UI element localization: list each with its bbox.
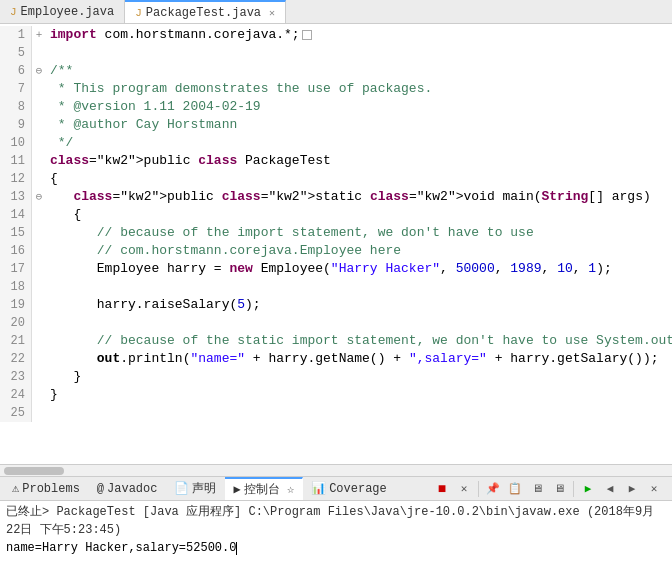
line-content[interactable]: {: [46, 170, 672, 188]
code-line-23: 23 }: [0, 368, 672, 386]
tab-employee-label: Employee.java: [21, 5, 115, 19]
line-number: 5: [0, 44, 32, 62]
code-line-13: 13⊖ class="kw2">public class="kw2">stati…: [0, 188, 672, 206]
line-content[interactable]: // because of the import statement, we d…: [46, 224, 672, 242]
problems-icon: ⚠: [12, 481, 19, 496]
line-number: 15: [0, 224, 32, 242]
line-content[interactable]: class="kw2">public class PackageTest: [46, 152, 672, 170]
console-output: 已终止> PackageTest [Java 应用程序] C:\Program …: [0, 501, 672, 561]
line-number: 16: [0, 242, 32, 260]
code-line-9: 9 * @author Cay Horstmann: [0, 116, 672, 134]
monitor-btn2[interactable]: 🖥: [549, 480, 569, 498]
code-line-25: 25: [0, 404, 672, 422]
code-line-10: 10 */: [0, 134, 672, 152]
line-content[interactable]: }: [46, 386, 672, 404]
bottom-panel: ⚠ Problems @ Javadoc 📄 声明 ▶ 控制台 ☆ 📊 Cove…: [0, 476, 672, 561]
line-content[interactable]: import com.horstmann.corejava.*;: [46, 26, 672, 44]
tab-employee[interactable]: J Employee.java: [0, 0, 125, 23]
code-line-1: 1+import com.horstmann.corejava.*;: [0, 26, 672, 44]
remove-btn[interactable]: ✕: [454, 480, 474, 498]
line-number: 18: [0, 278, 32, 296]
code-line-11: 11class="kw2">public class PackageTest: [0, 152, 672, 170]
code-line-12: 12{: [0, 170, 672, 188]
line-content[interactable]: */: [46, 134, 672, 152]
tab-packagetest[interactable]: J PackageTest.java ✕: [125, 0, 286, 23]
line-content[interactable]: Employee harry = new Employee("Harry Hac…: [46, 260, 672, 278]
line-number: 11: [0, 152, 32, 170]
line-number: 6: [0, 62, 32, 80]
arrow-btn1[interactable]: ◀: [600, 480, 620, 498]
code-line-15: 15 // because of the import statement, w…: [0, 224, 672, 242]
tab-declaration[interactable]: 📄 声明: [166, 477, 225, 500]
console-result-line: name=Harry Hacker,salary=52500.0: [6, 539, 666, 557]
line-number: 10: [0, 134, 32, 152]
separator: [478, 481, 479, 497]
line-number: 14: [0, 206, 32, 224]
tab-close-icon[interactable]: ✕: [269, 7, 275, 19]
arrow-btn2[interactable]: ▶: [622, 480, 642, 498]
tab-problems-label: Problems: [22, 482, 80, 496]
line-content[interactable]: }: [46, 368, 672, 386]
tab-packagetest-label: PackageTest.java: [146, 6, 261, 20]
separator2: [573, 481, 574, 497]
monitor-btn1[interactable]: 🖥: [527, 480, 547, 498]
code-editor: 1+import com.horstmann.corejava.*;56⊖/**…: [0, 24, 672, 476]
line-content[interactable]: class="kw2">public class="kw2">static cl…: [46, 188, 672, 206]
code-line-22: 22 out.println("name=" + harry.getName()…: [0, 350, 672, 368]
line-content[interactable]: out.println("name=" + harry.getName() + …: [46, 350, 672, 368]
line-number: 25: [0, 404, 32, 422]
line-content[interactable]: * This program demonstrates the use of p…: [46, 80, 672, 98]
close-panel-btn[interactable]: ✕: [644, 480, 664, 498]
horizontal-scrollbar[interactable]: [0, 464, 672, 476]
tab-javadoc-label: Javadoc: [107, 482, 157, 496]
line-number: 13: [0, 188, 32, 206]
line-gutter: +: [32, 26, 46, 44]
line-number: 23: [0, 368, 32, 386]
line-content[interactable]: // com.horstmann.corejava.Employee here: [46, 242, 672, 260]
tab-coverage-label: Coverage: [329, 482, 387, 496]
code-line-24: 24}: [0, 386, 672, 404]
line-content[interactable]: * @author Cay Horstmann: [46, 116, 672, 134]
code-line-16: 16 // com.horstmann.corejava.Employee he…: [0, 242, 672, 260]
copy-btn[interactable]: 📋: [505, 480, 525, 498]
tab-declaration-label: 声明: [192, 480, 216, 497]
code-line-18: 18: [0, 278, 672, 296]
line-number: 17: [0, 260, 32, 278]
console-result-text: name=Harry Hacker,salary=52500.0: [6, 541, 236, 555]
console-status-line: 已终止> PackageTest [Java 应用程序] C:\Program …: [6, 503, 666, 539]
code-line-5: 5: [0, 44, 672, 62]
code-line-21: 21 // because of the static import state…: [0, 332, 672, 350]
line-number: 22: [0, 350, 32, 368]
line-number: 19: [0, 296, 32, 314]
line-number: 1: [0, 26, 32, 44]
java-file-icon-2: J: [135, 7, 142, 19]
line-number: 24: [0, 386, 32, 404]
cursor: [236, 542, 237, 555]
line-number: 8: [0, 98, 32, 116]
scrollbar-thumb[interactable]: [4, 467, 64, 475]
declaration-icon: 📄: [174, 481, 189, 496]
tab-bar: J Employee.java J PackageTest.java ✕: [0, 0, 672, 24]
line-content[interactable]: * @version 1.11 2004-02-19: [46, 98, 672, 116]
bottom-tab-bar: ⚠ Problems @ Javadoc 📄 声明 ▶ 控制台 ☆ 📊 Cove…: [0, 477, 672, 501]
line-content[interactable]: harry.raiseSalary(5);: [46, 296, 672, 314]
line-number: 21: [0, 332, 32, 350]
run-btn[interactable]: ▶: [578, 480, 598, 498]
line-content[interactable]: /**: [46, 62, 672, 80]
console-icon: ▶: [233, 482, 240, 497]
tab-coverage[interactable]: 📊 Coverage: [303, 477, 396, 500]
line-content[interactable]: // because of the static import statemen…: [46, 332, 672, 350]
line-number: 7: [0, 80, 32, 98]
coverage-icon: 📊: [311, 481, 326, 496]
line-content[interactable]: {: [46, 206, 672, 224]
terminate-btn[interactable]: ■: [432, 480, 452, 498]
code-line-6: 6⊖/**: [0, 62, 672, 80]
tab-javadoc[interactable]: @ Javadoc: [89, 477, 167, 500]
tab-console[interactable]: ▶ 控制台 ☆: [225, 477, 303, 500]
pin-btn[interactable]: 📌: [483, 480, 503, 498]
tab-problems[interactable]: ⚠ Problems: [4, 477, 89, 500]
javadoc-icon: @: [97, 482, 104, 496]
code-line-8: 8 * @version 1.11 2004-02-19: [0, 98, 672, 116]
code-area[interactable]: 1+import com.horstmann.corejava.*;56⊖/**…: [0, 24, 672, 464]
line-number: 20: [0, 314, 32, 332]
